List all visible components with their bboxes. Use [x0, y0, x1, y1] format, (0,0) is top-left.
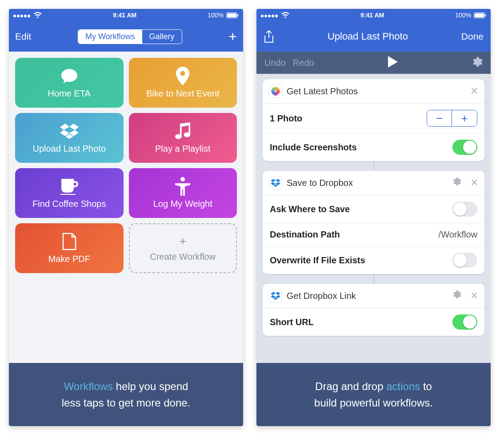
- battery-percent: 100%: [208, 12, 224, 19]
- segment-my-workflows[interactable]: My Workflows: [78, 30, 142, 44]
- music-note-icon: [175, 122, 190, 140]
- promo-highlight: actions: [386, 380, 420, 392]
- overwrite-label: Overwrite If File Exists: [270, 255, 365, 266]
- phone-right: 9:41 AM 100% Upload Last Photo Done Undo…: [256, 9, 491, 426]
- dropbox-app-icon: [269, 176, 282, 189]
- close-icon[interactable]: ✕: [470, 290, 478, 302]
- card-label: Create Workflow: [150, 252, 216, 262]
- short-url-toggle[interactable]: [452, 314, 477, 330]
- stepper-plus[interactable]: +: [452, 110, 477, 126]
- svg-rect-2: [237, 14, 238, 16]
- photos-app-icon: [269, 85, 282, 98]
- status-time: 9:41 AM: [360, 12, 384, 19]
- location-pin-icon: [176, 67, 189, 85]
- photo-count-stepper[interactable]: − +: [427, 110, 477, 127]
- done-button[interactable]: Done: [461, 31, 484, 42]
- battery-icon: [226, 12, 239, 18]
- chat-icon: [60, 67, 78, 85]
- promo-banner: Drag and drop actions to build powerful …: [256, 363, 491, 426]
- connector-line: [373, 274, 374, 284]
- segmented-control[interactable]: My Workflows Gallery: [78, 29, 182, 44]
- svg-rect-5: [475, 13, 484, 17]
- dropbox-icon: [60, 122, 79, 140]
- card-label: Log My Weight: [153, 199, 212, 209]
- overwrite-toggle[interactable]: [452, 253, 477, 268]
- workflow-card-pdf[interactable]: Make PDF: [15, 223, 124, 273]
- workflow-card-playlist[interactable]: Play a Playlist: [129, 113, 237, 163]
- action-get-dropbox-link[interactable]: Get Dropbox Link ✕ Short URL: [263, 284, 484, 336]
- segment-gallery[interactable]: Gallery: [142, 30, 182, 44]
- create-workflow-button[interactable]: + Create Workflow: [129, 223, 237, 273]
- svg-point-13: [272, 91, 276, 95]
- battery-percent: 100%: [455, 12, 471, 19]
- plus-icon: +: [180, 234, 186, 248]
- action-title: Get Dropbox Link: [287, 291, 444, 301]
- edit-button[interactable]: Edit: [15, 31, 31, 42]
- card-label: Home ETA: [48, 89, 91, 99]
- dropbox-app-icon: [269, 289, 282, 302]
- action-get-latest-photos[interactable]: Get Latest Photos ✕ 1 Photo − + Include …: [263, 79, 484, 161]
- add-workflow-button[interactable]: +: [228, 29, 237, 44]
- stepper-minus[interactable]: −: [427, 110, 452, 126]
- dest-path-label: Destination Path: [270, 230, 340, 240]
- wifi-icon: [34, 12, 42, 18]
- signal-dots-icon: [261, 12, 279, 19]
- action-settings-icon[interactable]: [452, 290, 461, 302]
- svg-point-3: [180, 177, 185, 181]
- workflow-card-coffee[interactable]: Find Coffee Shops: [15, 168, 124, 218]
- battery-icon: [474, 12, 486, 18]
- promo-highlight: Workflows: [64, 380, 113, 392]
- nav-title: Upload Last Photo: [328, 31, 408, 42]
- promo-banner: Workflows help you spend less taps to ge…: [9, 363, 243, 426]
- ask-where-toggle[interactable]: [452, 201, 477, 217]
- svg-point-11: [276, 88, 279, 91]
- workflow-card-bike[interactable]: Bike to Next Event: [129, 58, 237, 108]
- play-button[interactable]: [388, 56, 398, 70]
- card-label: Find Coffee Shops: [32, 199, 106, 209]
- status-bar: 9:41 AM 100%: [9, 9, 243, 21]
- undo-button[interactable]: Undo: [264, 58, 286, 68]
- include-screenshots-label: Include Screenshots: [270, 142, 357, 153]
- workflow-card-weight[interactable]: Log My Weight: [129, 168, 237, 218]
- workflow-card-upload-photo[interactable]: Upload Last Photo: [15, 113, 124, 163]
- wifi-icon: [281, 12, 289, 18]
- svg-point-14: [272, 88, 276, 91]
- nav-bar: Edit My Workflows Gallery +: [9, 21, 243, 52]
- card-label: Make PDF: [48, 254, 90, 264]
- settings-button[interactable]: [472, 56, 483, 69]
- workflow-card-home-eta[interactable]: Home ETA: [15, 58, 124, 108]
- share-button[interactable]: [264, 30, 274, 43]
- editor-toolbar: Undo Redo: [256, 52, 491, 74]
- card-label: Play a Playlist: [155, 144, 211, 154]
- action-save-dropbox[interactable]: Save to Dropbox ✕ Ask Where to Save Dest…: [263, 171, 484, 274]
- card-label: Bike to Next Event: [146, 89, 220, 99]
- action-settings-icon[interactable]: [452, 177, 461, 189]
- svg-point-12: [276, 91, 279, 95]
- redo-button[interactable]: Redo: [293, 58, 314, 68]
- svg-rect-1: [227, 13, 236, 17]
- action-title: Save to Dropbox: [287, 178, 444, 188]
- action-title: Get Latest Photos: [287, 86, 461, 97]
- signal-dots-icon: [13, 12, 31, 19]
- ask-where-label: Ask Where to Save: [270, 204, 350, 214]
- close-icon[interactable]: ✕: [470, 177, 478, 189]
- status-bar: 9:41 AM 100%: [256, 9, 491, 21]
- phone-left: 9:41 AM 100% Edit My Workflows Gallery +…: [9, 9, 243, 426]
- photo-count-label: 1 Photo: [270, 113, 302, 124]
- include-screenshots-toggle[interactable]: [452, 140, 477, 155]
- coffee-cup-icon: [60, 177, 78, 195]
- short-url-label: Short URL: [270, 317, 314, 327]
- svg-rect-6: [485, 14, 486, 16]
- dest-path-value[interactable]: /Workflow: [439, 230, 477, 240]
- card-label: Upload Last Photo: [32, 144, 106, 154]
- close-icon[interactable]: ✕: [470, 85, 478, 97]
- connector-line: [373, 161, 374, 171]
- body-icon: [175, 177, 190, 195]
- status-time: 9:41 AM: [113, 12, 136, 19]
- document-icon: [62, 233, 76, 250]
- nav-bar: Upload Last Photo Done: [256, 21, 491, 52]
